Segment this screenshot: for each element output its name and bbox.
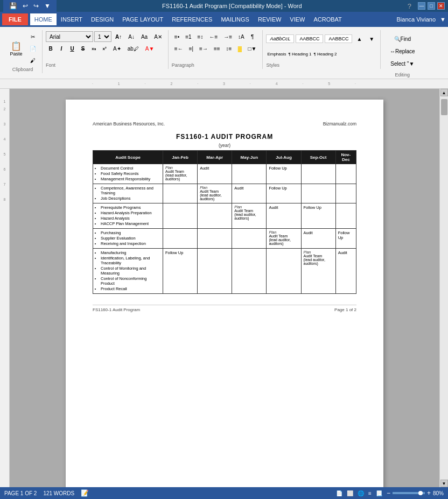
paragraph-label: Paragraph — [172, 62, 260, 68]
font-name-select[interactable]: Arial — [46, 31, 93, 42]
bullet-list-btn[interactable]: ≡• — [172, 31, 182, 42]
zoom-control[interactable]: − + 80% — [387, 489, 444, 497]
janfeb-cell-3 — [163, 203, 198, 229]
justify-btn[interactable]: ≡≡ — [211, 43, 223, 54]
minimize-btn[interactable]: — — [418, 2, 425, 10]
status-bar: PAGE 1 OF 2 121 WORDS 📝 📄 ⬜ 🌐 ≡ 📃 − + 80… — [0, 487, 448, 499]
subscript-button[interactable]: x₂ — [89, 44, 99, 53]
redo-quick-btn[interactable]: ↪ — [32, 2, 40, 10]
style-emphasis[interactable]: AaBbCcL — [266, 34, 294, 43]
find-button[interactable]: 🔍 Find — [384, 33, 421, 44]
bold-button[interactable]: B — [46, 44, 55, 53]
highlight-btn[interactable]: ab🖊 — [125, 43, 142, 54]
page-info: PAGE 1 OF 2 — [4, 490, 37, 496]
audit-table: Audit Scope Jan-Feb Mar-Apr May-Jun Jul-… — [93, 150, 356, 294]
copy-button[interactable]: 📄 — [27, 43, 39, 54]
paste-button[interactable]: 📋 Paste — [6, 38, 26, 59]
view-outline-icon[interactable]: ≡ — [368, 490, 372, 496]
select-button[interactable]: Select " ▼ — [384, 58, 421, 69]
font-color-btn[interactable]: A▼ — [143, 43, 157, 54]
change-case-btn[interactable]: Aa — [138, 31, 150, 42]
menu-page-layout[interactable]: PAGE LAYOUT — [118, 13, 167, 25]
menu-file[interactable]: FILE — [2, 13, 28, 25]
user-name[interactable]: Bianca Viviano — [397, 16, 436, 23]
shading-btn[interactable]: ▓ — [235, 43, 244, 54]
julaug-cell-2: Follow Up — [267, 184, 301, 203]
menu-home[interactable]: HOME — [30, 13, 57, 25]
help-icon[interactable]: ? — [408, 2, 411, 10]
undo-quick-btn[interactable]: ↩ — [21, 2, 30, 10]
sepoct-cell-5: Plan Audit Team(lead auditor, auditors) — [301, 249, 335, 294]
align-center-btn[interactable]: ≡| — [186, 43, 196, 54]
styles-scroll-up-btn[interactable]: ▲ — [354, 33, 365, 44]
scroll-thumb[interactable] — [441, 99, 447, 115]
text-effects-btn[interactable]: A✦ — [110, 43, 124, 54]
vertical-scrollbar[interactable]: ▲ ▼ — [439, 89, 448, 487]
multilevel-list-btn[interactable]: ≡↕ — [195, 31, 206, 42]
proofing-icon[interactable]: 📝 — [81, 489, 89, 497]
clear-format-btn[interactable]: A✕ — [151, 31, 165, 42]
style-emphasis-label: Emphasis — [267, 52, 286, 57]
view-print-icon[interactable]: 📄 — [336, 490, 342, 496]
replace-button[interactable]: ↔ Replace — [384, 46, 421, 57]
view-web-icon[interactable]: 🌐 — [358, 490, 364, 496]
zoom-in-icon[interactable]: + — [427, 489, 431, 497]
menu-view[interactable]: VIEW — [285, 13, 309, 25]
menu-acrobat[interactable]: ACROBAT — [309, 13, 346, 25]
styles-scroll-down-btn[interactable]: ▼ — [366, 33, 377, 44]
font-label: Font — [46, 62, 165, 68]
scroll-up-btn[interactable]: ▲ — [440, 89, 448, 96]
page-footer: FS1160-1 Audit Program Page 1 of 2 — [93, 305, 356, 312]
increase-indent-btn[interactable]: →≡ — [221, 31, 235, 42]
show-marks-btn[interactable]: ¶ — [248, 31, 257, 42]
align-right-btn[interactable]: ≡→ — [197, 43, 211, 54]
status-left: PAGE 1 OF 2 121 WORDS 📝 — [4, 489, 89, 497]
restore-btn[interactable]: □ — [428, 2, 435, 10]
quick-access-toolbar: 💾 ↩ ↪ ▼ — [3, 0, 57, 13]
zoom-slider[interactable] — [393, 492, 425, 494]
menu-insert[interactable]: INSERT — [57, 13, 87, 25]
format-painter-button[interactable]: 🖌 — [27, 55, 39, 66]
style-heading2[interactable]: AABBCC — [325, 34, 352, 43]
document-scroll[interactable]: American Business Resources, Inc. Bizman… — [10, 89, 439, 487]
menu-mailings[interactable]: MAILINGS — [216, 13, 254, 25]
superscript-button[interactable]: x² — [100, 44, 109, 53]
font-size-select[interactable]: 12 — [94, 31, 111, 42]
julaug-cell-3: Audit — [267, 203, 301, 229]
numbered-list-btn[interactable]: ≡1 — [183, 31, 194, 42]
borders-btn[interactable]: □▼ — [245, 43, 259, 54]
strikethrough-button[interactable]: S — [78, 44, 88, 53]
align-left-btn[interactable]: ≡← — [172, 43, 186, 54]
menu-references[interactable]: REFERENCES — [167, 13, 216, 25]
menu-review[interactable]: REVIEW — [254, 13, 285, 25]
line-spacing-btn[interactable]: ↕≡ — [223, 43, 235, 54]
marapr-cell-2: Plan Audit Team(lead auditor, auditors) — [198, 184, 232, 203]
decrease-indent-btn[interactable]: ←≡ — [206, 31, 220, 42]
novdec-cell-1 — [335, 164, 356, 184]
view-full-icon[interactable]: ⬜ — [347, 490, 353, 496]
zoom-thumb[interactable] — [418, 491, 423, 495]
horizontal-ruler: ·1·2·3·4·5· — [0, 79, 448, 89]
zoom-out-icon[interactable]: − — [387, 489, 390, 497]
view-draft-icon[interactable]: 📃 — [376, 490, 382, 496]
italic-button[interactable]: I — [57, 44, 66, 53]
shrink-font-btn[interactable]: A↓ — [125, 31, 137, 42]
customize-quick-btn[interactable]: ▼ — [43, 2, 52, 10]
clipboard-group: 📋 Paste ✂ 📄 🖌 Clipboard — [3, 30, 43, 73]
novdec-cell-4: Follow Up — [335, 229, 356, 249]
menu-design[interactable]: DESIGN — [87, 13, 118, 25]
save-quick-btn[interactable]: 💾 — [8, 2, 19, 10]
grow-font-btn[interactable]: A↑ — [113, 31, 124, 42]
underline-button[interactable]: U — [67, 44, 77, 53]
sort-btn[interactable]: ↕A — [235, 31, 247, 42]
janfeb-cell-4 — [163, 229, 198, 249]
menu-bar: FILE HOME INSERT DESIGN PAGE LAYOUT REFE… — [0, 12, 448, 27]
close-btn[interactable]: ✕ — [437, 2, 445, 10]
table-row: Manufacturing Identification, Labeling, … — [93, 249, 356, 294]
cut-button[interactable]: ✂ — [27, 31, 39, 42]
user-dropdown-icon[interactable]: ▼ — [440, 16, 446, 23]
scroll-down-btn[interactable]: ▼ — [440, 480, 448, 487]
col-sep-oct: Sep-Oct — [301, 151, 335, 164]
mayjun-cell-4 — [232, 229, 267, 249]
style-heading1[interactable]: AABBCC — [296, 34, 323, 43]
